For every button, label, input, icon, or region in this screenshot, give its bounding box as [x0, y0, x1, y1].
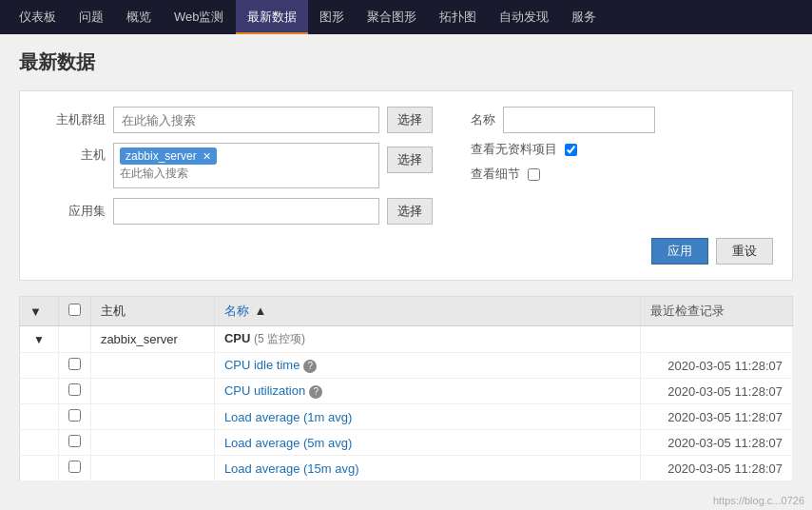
nav-overview[interactable]: 概览 — [115, 0, 163, 34]
item-name-link[interactable]: CPU idle time — [224, 358, 300, 372]
nav-dashboard[interactable]: 仪表板 — [8, 0, 68, 34]
show-details-row: 查看细节 — [471, 166, 655, 183]
item-time: 2020-03-05 11:28:07 — [641, 353, 793, 379]
th-time: 最近检查记录 — [641, 297, 793, 326]
item-name-link[interactable]: Load average (1m avg) — [224, 410, 352, 424]
top-navigation: 仪表板 问题 概览 Web监测 最新数据 图形 聚合图形 拓扑图 自动发现 服务 — [0, 0, 812, 34]
name-col-label: 名称 — [224, 304, 249, 318]
nav-web[interactable]: Web监测 — [163, 0, 236, 34]
group-toggle[interactable]: ▼ — [20, 326, 59, 353]
group-name: CPU (5 监控项) — [214, 326, 640, 353]
item-host — [90, 353, 214, 379]
table-row: ▼ zabbix_server CPU (5 监控项) — [20, 326, 793, 353]
host-tag-text: zabbix_server — [126, 149, 197, 163]
item-check[interactable] — [58, 456, 90, 481]
show-no-data-row: 查看无资料项目 — [471, 141, 655, 158]
right-filters: 名称 查看无资料项目 查看细节 — [471, 107, 655, 183]
table-row: Load average (15m avg) 2020-03-05 11:28:… — [20, 456, 793, 481]
nav-maps[interactable]: 拓扑图 — [428, 0, 488, 34]
item-check[interactable] — [58, 353, 90, 379]
nav-services[interactable]: 服务 — [560, 0, 608, 34]
group-check — [58, 326, 90, 353]
item-host — [90, 456, 214, 481]
left-filters: 主机群组 选择 主机 zabbix_server ✕ 选择 — [39, 107, 433, 234]
item-time: 2020-03-05 11:28:07 — [641, 456, 793, 481]
name-label: 名称 — [471, 111, 495, 128]
item-check[interactable] — [58, 404, 90, 430]
item-name-cell: CPU idle time? — [214, 353, 640, 379]
help-icon[interactable]: ? — [303, 360, 317, 373]
host-tag-remove[interactable]: ✕ — [203, 150, 211, 163]
host-group-label: 主机群组 — [39, 111, 106, 128]
th-toggle: ▼ — [20, 297, 59, 326]
host-group-select-btn[interactable]: 选择 — [387, 107, 433, 133]
host-group-row: 主机群组 选择 — [39, 107, 433, 133]
item-toggle — [20, 353, 59, 379]
name-row: 名称 — [471, 107, 655, 133]
app-select-btn[interactable]: 选择 — [387, 198, 433, 225]
action-row: 应用 重设 — [39, 238, 773, 265]
item-toggle — [20, 430, 59, 456]
filter-box: 主机群组 选择 主机 zabbix_server ✕ 选择 — [19, 90, 793, 281]
item-name-cell: Load average (1m avg) — [214, 404, 640, 430]
show-no-data-checkbox[interactable] — [565, 144, 577, 156]
name-input[interactable] — [503, 107, 655, 133]
item-time: 2020-03-05 11:28:07 — [641, 404, 793, 430]
group-time — [641, 326, 793, 353]
item-name-cell: Load average (15m avg) — [214, 456, 640, 481]
app-row: 应用集 CPU 选择 — [39, 198, 433, 225]
host-field-wrap[interactable]: zabbix_server ✕ — [113, 143, 379, 188]
th-host: 主机 — [90, 297, 214, 326]
host-label: 主机 — [39, 147, 106, 164]
item-name-link[interactable]: CPU utilization — [224, 383, 305, 398]
table-row: CPU idle time? 2020-03-05 11:28:07 — [20, 353, 793, 379]
select-all-checkbox[interactable] — [68, 304, 81, 316]
show-details-checkbox[interactable] — [528, 168, 540, 181]
item-host — [90, 379, 214, 404]
th-name[interactable]: 名称 ▲ — [214, 297, 640, 326]
apply-button[interactable]: 应用 — [651, 238, 708, 265]
show-details-label: 查看细节 — [471, 166, 520, 183]
table-row: CPU utilization? 2020-03-05 11:28:07 — [20, 379, 793, 404]
th-check — [58, 297, 90, 326]
nav-latest-data[interactable]: 最新数据 — [236, 0, 308, 34]
app-input[interactable]: CPU — [113, 198, 379, 225]
host-search-input[interactable] — [120, 167, 373, 180]
bottom-bar: https://blog.c...0726 — [713, 495, 804, 497]
show-no-data-label: 查看无资料项目 — [471, 141, 557, 158]
item-name-link[interactable]: Load average (15m avg) — [224, 461, 359, 476]
host-row: 主机 zabbix_server ✕ 选择 — [39, 143, 433, 188]
help-icon[interactable]: ? — [309, 385, 322, 399]
item-time: 2020-03-05 11:28:07 — [641, 379, 793, 404]
nav-screens[interactable]: 聚合图形 — [356, 0, 428, 34]
item-toggle — [20, 379, 59, 404]
item-time: 2020-03-05 11:28:07 — [641, 430, 793, 456]
table-row: Load average (1m avg) 2020-03-05 11:28:0… — [20, 404, 793, 430]
item-host — [90, 404, 214, 430]
item-name-cell: CPU utilization? — [214, 379, 640, 404]
data-table: ▼ 主机 名称 ▲ 最近检查记录 ▼ zabbix_server CPU (5 … — [19, 296, 793, 481]
item-toggle — [20, 404, 59, 430]
item-toggle — [20, 456, 59, 481]
nav-problems[interactable]: 问题 — [68, 0, 115, 34]
nav-graphs[interactable]: 图形 — [308, 0, 356, 34]
item-name-cell: Load average (5m avg) — [214, 430, 640, 456]
group-host: zabbix_server — [90, 326, 214, 353]
host-select-btn[interactable]: 选择 — [387, 147, 433, 173]
table-row: Load average (5m avg) 2020-03-05 11:28:0… — [20, 430, 793, 456]
item-name-link[interactable]: Load average (5m avg) — [224, 436, 352, 450]
page-container: 最新数据 主机群组 选择 主机 zabbix_server — [0, 34, 812, 497]
page-title: 最新数据 — [19, 49, 793, 75]
item-host — [90, 430, 214, 456]
app-label: 应用集 — [39, 203, 106, 220]
host-group-input[interactable] — [113, 107, 379, 133]
item-check[interactable] — [58, 379, 90, 404]
host-tag: zabbix_server ✕ — [120, 147, 217, 165]
nav-discovery[interactable]: 自动发现 — [488, 0, 560, 34]
reset-button[interactable]: 重设 — [716, 238, 773, 265]
sort-arrow-icon: ▲ — [255, 304, 267, 318]
item-check[interactable] — [58, 430, 90, 456]
